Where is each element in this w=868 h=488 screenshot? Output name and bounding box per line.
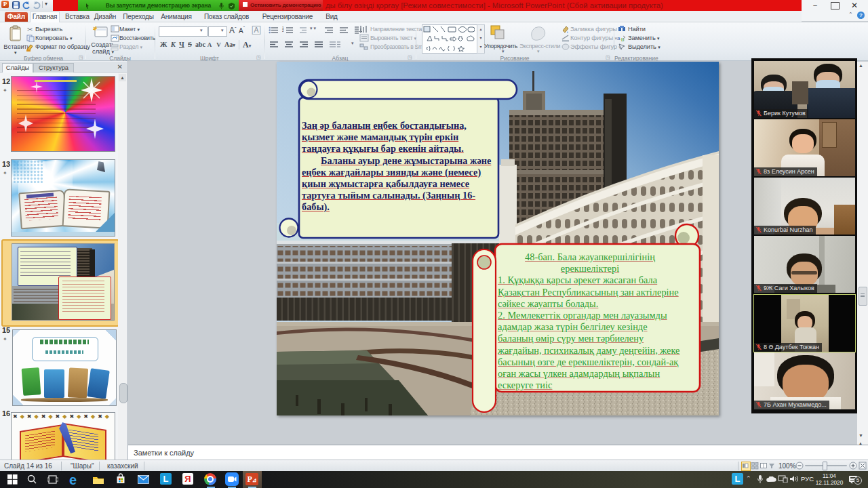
svg-text:b: b <box>621 37 625 42</box>
svg-text:2: 2 <box>282 29 284 33</box>
svg-text:a: a <box>617 35 620 41</box>
